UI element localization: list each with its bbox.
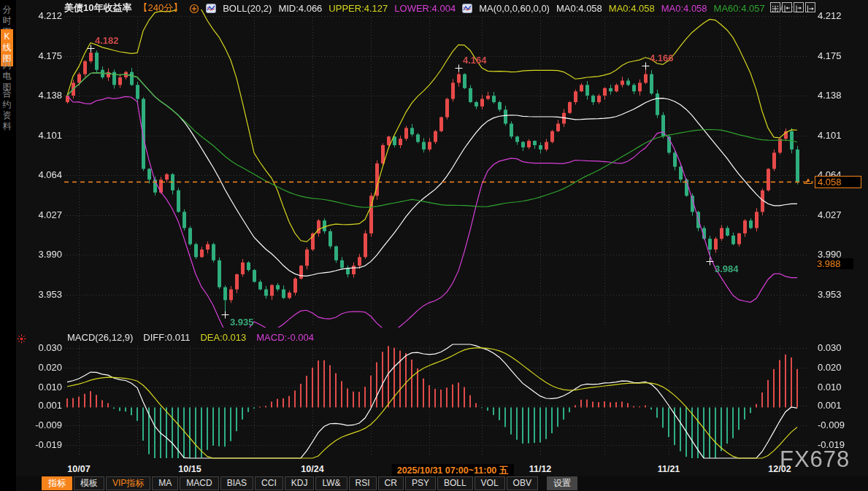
footer-btn-BIAS[interactable]: BIAS xyxy=(220,476,253,490)
trading-app-window: 分 时 图K 线 图闪 电 图合 约 资 料 美债10年收益率 【240分】 B… xyxy=(0,0,868,491)
price-axis-label-right-4.101: 4.101 xyxy=(818,130,861,142)
date-tick-label: 11/21 xyxy=(658,464,680,474)
instrument-title: 美债10年收益率 xyxy=(64,1,131,15)
date-tick-label: 10/07 xyxy=(67,464,90,474)
ma-label: MA(0,0,0,60,0,0) xyxy=(479,3,550,14)
price-axis-label-left-4.212: 4.212 xyxy=(20,10,62,22)
macd-axis-label-left-0.030: 0.030 xyxy=(20,342,62,354)
current-price-tag: 4.058 xyxy=(815,176,861,188)
ma60-green-value: MA60:4.057 xyxy=(714,3,765,14)
boll-lower-value: LOWER:4.004 xyxy=(394,3,456,14)
ma0-yellow-value: MA0:4.058 xyxy=(609,3,655,14)
price-axis-label-left-3.953: 3.953 xyxy=(20,289,62,301)
macd-axis-label-left-0.020: 0.020 xyxy=(20,362,62,374)
ma0-magenta-value: MA0:4.058 xyxy=(661,3,707,14)
price-axis-label-right-3.953: 3.953 xyxy=(818,289,861,301)
footer-btn-LW&[interactable]: LW& xyxy=(315,476,347,490)
settlement-price-tag: 3.988 xyxy=(817,258,853,269)
footer-btn-CR[interactable]: CR xyxy=(378,476,404,490)
footer-btn-设置[interactable]: 设置 xyxy=(547,476,577,490)
price-axis-label-left-4.138: 4.138 xyxy=(20,90,62,101)
footer-btn-MACD[interactable]: MACD xyxy=(180,476,218,490)
footer-btn-MA[interactable]: MA xyxy=(152,476,178,490)
macd-value: MACD:-0.004 xyxy=(256,332,314,343)
date-tick-label: 10/24 xyxy=(301,464,323,474)
macd-axis-label-right-0.030: 0.030 xyxy=(818,342,861,354)
crosshair-tool-icon[interactable] xyxy=(770,2,780,12)
indicator-toolbar: 指标模板VIP指标MAMACDBIASCCIKDJLW&RSICRPSYBOLL… xyxy=(0,476,868,491)
price-marker-arrow-icon: ▲ xyxy=(804,177,813,184)
footer-btn-RSI[interactable]: RSI xyxy=(349,476,377,490)
macd-label: MACD(26,12,9) xyxy=(67,332,133,343)
price-axis-label-left-4.064: 4.064 xyxy=(20,169,62,181)
footer-btn-VIP指标[interactable]: VIP指标 xyxy=(106,476,150,490)
footer-btn-BOLL[interactable]: BOLL xyxy=(437,476,473,490)
macd-axis-label-left--0.009: -0.009 xyxy=(20,420,62,431)
price-axis-label-left-3.990: 3.990 xyxy=(20,249,62,260)
footer-btn-KDJ[interactable]: KDJ xyxy=(285,476,315,490)
macd-axis-label-right-0.010: 0.010 xyxy=(818,382,861,393)
macd-axis-label-right-0.001: 0.001 xyxy=(818,400,861,411)
macd-diff-value: DIFF:0.011 xyxy=(143,332,190,343)
price-axis-label-left-4.175: 4.175 xyxy=(20,50,62,62)
price-annotation-4.166: 4.166 xyxy=(650,53,674,63)
date-tick-label: 11/12 xyxy=(529,464,552,474)
price-annotation-3.935: 3.935 xyxy=(230,317,254,328)
zoom-axis-right-icon[interactable] xyxy=(794,2,804,12)
time-axis: 240分 ▲ 10/0710/1510/242025/10/31 07:00~1… xyxy=(0,460,868,476)
chart-toolbar xyxy=(770,2,815,12)
fx678-watermark: FX678 xyxy=(780,446,850,473)
boll-upper-value: UPPER:4.127 xyxy=(329,3,388,14)
footer-btn-模板[interactable]: 模板 xyxy=(74,476,104,490)
boll-label: BOLL(20,2) xyxy=(223,3,272,14)
ma0-white-value: MA0:4.058 xyxy=(556,3,602,14)
footer-btn-VOL[interactable]: VOL xyxy=(475,476,505,490)
price-axis-label-right-4.212: 4.212 xyxy=(818,10,861,22)
footer-btn-PSY[interactable]: PSY xyxy=(405,476,436,490)
footer-btn-OBV[interactable]: OBV xyxy=(507,476,538,490)
footer-btn-指标[interactable]: 指标 xyxy=(42,476,72,490)
pan-right-icon[interactable] xyxy=(805,2,815,12)
price-axis-label-right-4.027: 4.027 xyxy=(818,209,861,221)
price-axis-label-right-4.138: 4.138 xyxy=(818,90,861,101)
macd-axis-label-right--0.009: -0.009 xyxy=(818,420,861,431)
ma-indicator-icon xyxy=(462,4,472,13)
macd-axis-label-left-0.001: 0.001 xyxy=(20,400,62,411)
macd-axis-label-left-0.010: 0.010 xyxy=(20,382,62,393)
price-axis-label-left-4.101: 4.101 xyxy=(20,130,62,142)
chart-type-sidebar: 分 时 图K 线 图闪 电 图合 约 资 料 xyxy=(0,0,16,491)
price-annotation-4.164: 4.164 xyxy=(463,55,487,66)
price-axis-label-left-4.027: 4.027 xyxy=(20,209,62,221)
macd-axis-label-right-0.020: 0.020 xyxy=(818,362,861,374)
macd-header: MACD(26,12,9) DIFF:0.011 DEA:0.013 MACD:… xyxy=(67,332,314,343)
boll-indicator-icon xyxy=(206,4,216,13)
collapse-circle-plus-icon[interactable] xyxy=(189,4,199,13)
date-tick-label: 10/15 xyxy=(178,464,201,474)
indicator-header: 美债10年收益率 【240分】 BOLL(20,2) MID:4.066 UPP… xyxy=(64,2,794,14)
period-badge: 【240分】 xyxy=(138,1,183,15)
macd-dea-value: DEA:0.013 xyxy=(200,332,246,343)
kline-macd-chart-canvas[interactable] xyxy=(0,0,868,491)
price-annotation-3.984: 3.984 xyxy=(715,263,739,274)
macd-axis-label-left--0.019: -0.019 xyxy=(20,439,62,451)
footer-btn-CCI[interactable]: CCI xyxy=(255,476,283,490)
price-annotation-4.182: 4.182 xyxy=(95,35,119,46)
sidebar-tab-4[interactable]: 合 约 资 料 xyxy=(1,88,13,132)
boll-mid-value: MID:4.066 xyxy=(278,3,322,14)
zoom-axis-left-icon[interactable] xyxy=(782,2,792,12)
price-axis-label-right-4.175: 4.175 xyxy=(818,50,861,62)
